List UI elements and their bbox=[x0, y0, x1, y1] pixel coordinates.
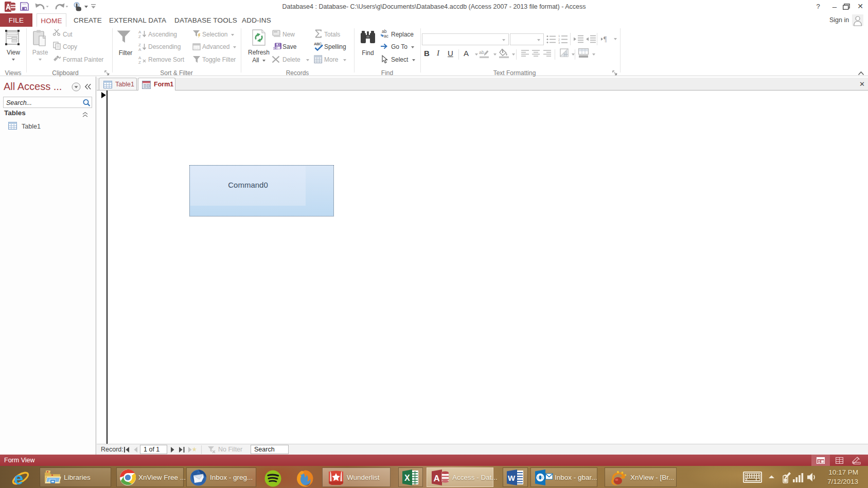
svg-text:A: A bbox=[138, 30, 141, 34]
svg-text:Z: Z bbox=[138, 60, 141, 65]
svg-text:A: A bbox=[138, 47, 141, 52]
svg-text:Z: Z bbox=[138, 43, 141, 47]
svg-text:ac: ac bbox=[384, 33, 389, 39]
svg-text:¶: ¶ bbox=[604, 35, 607, 43]
svg-text:1: 1 bbox=[558, 34, 560, 38]
svg-text:e: e bbox=[14, 469, 23, 488]
svg-text:X: X bbox=[404, 474, 410, 482]
svg-text:Z: Z bbox=[138, 34, 141, 39]
svg-text:ab: ab bbox=[479, 50, 484, 55]
svg-text:A: A bbox=[434, 474, 440, 483]
svg-text:ABC: ABC bbox=[314, 42, 322, 46]
svg-text:A: A bbox=[138, 56, 141, 60]
svg-text:3: 3 bbox=[558, 41, 560, 44]
svg-text:2: 2 bbox=[558, 38, 560, 41]
svg-text:W: W bbox=[508, 474, 516, 482]
